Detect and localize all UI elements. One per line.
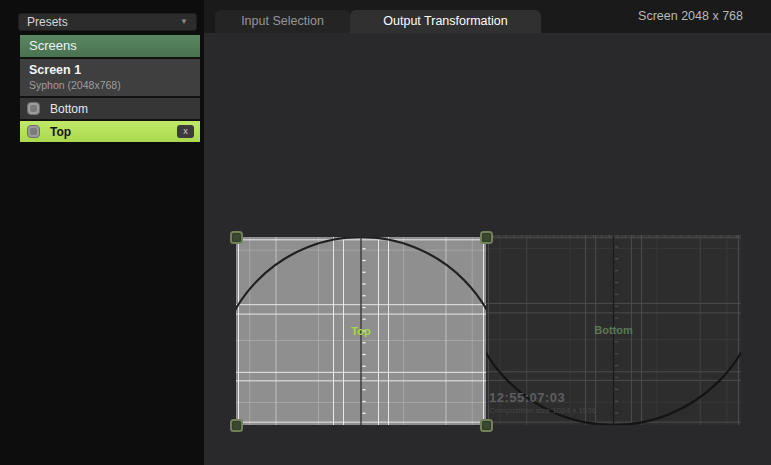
screen-size-label: Screen 2048 x 768	[638, 0, 743, 33]
transform-handle-top-right[interactable]	[480, 231, 493, 244]
surface-bottom[interactable]: Bottom 12:55:07:03 Composition size 1024…	[486, 235, 741, 425]
presets-dropdown-label: Presets	[27, 14, 68, 30]
main-area: Input Selection Output Transformation Sc…	[204, 0, 771, 465]
dropdown-arrow-icon: ▼	[180, 14, 188, 30]
test-pattern-bottom	[486, 235, 741, 425]
transform-handle-bottom-right[interactable]	[480, 419, 493, 432]
surface-top[interactable]: Top	[236, 237, 486, 425]
screen-source: Syphon (2048x768)	[29, 79, 200, 91]
screens-header: Screens	[20, 35, 200, 57]
tab-bar: Input Selection Output Transformation Sc…	[204, 0, 771, 33]
layer-item-top[interactable]: Top x	[20, 119, 200, 142]
screens-panel: Screens Screen 1 Syphon (2048x768) Botto…	[20, 35, 200, 142]
layer-label: Bottom	[50, 102, 194, 116]
tab-output-transformation[interactable]: Output Transformation	[350, 10, 541, 33]
test-pattern-top	[236, 237, 486, 425]
sidebar: Presets ▼ Screens Screen 1 Syphon (2048x…	[0, 0, 204, 465]
screen-name: Screen 1	[29, 63, 200, 77]
layer-visibility-checkbox[interactable]	[27, 102, 40, 115]
tab-input-selection[interactable]: Input Selection	[215, 10, 350, 33]
layer-item-bottom[interactable]: Bottom	[20, 96, 200, 119]
layer-label: Top	[50, 125, 177, 139]
layer-visibility-checkbox[interactable]	[27, 125, 40, 138]
screen-list-item[interactable]: Screen 1 Syphon (2048x768)	[20, 57, 200, 96]
presets-dropdown[interactable]: Presets ▼	[18, 13, 197, 31]
delete-layer-button[interactable]: x	[177, 125, 194, 138]
application-window: Presets ▼ Screens Screen 1 Syphon (2048x…	[0, 0, 771, 465]
output-canvas[interactable]: Top Bottom 12:55:07:03 Composition size …	[204, 33, 771, 465]
transform-handle-top-left[interactable]	[230, 231, 243, 244]
transform-handle-bottom-left[interactable]	[230, 419, 243, 432]
